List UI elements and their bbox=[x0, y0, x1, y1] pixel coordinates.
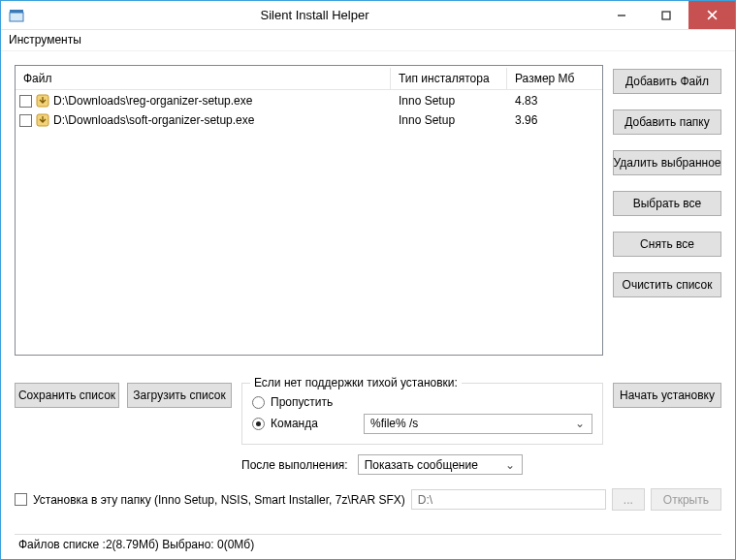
installer-icon bbox=[35, 112, 50, 128]
radio-skip-label: Пропустить bbox=[271, 395, 358, 409]
col-size[interactable]: Размер Мб bbox=[507, 68, 602, 90]
row-size: 3.96 bbox=[507, 109, 602, 131]
after-combo[interactable]: Показать сообщение ⌄ bbox=[358, 454, 523, 475]
close-button[interactable] bbox=[688, 1, 735, 29]
row-size: 4.83 bbox=[507, 90, 602, 111]
file-list[interactable]: Файл Тип инсталятора Размер Мб D:\Downlo… bbox=[15, 65, 603, 356]
list-row[interactable]: D:\Downloads\soft-organizer-setup.exe In… bbox=[16, 110, 602, 130]
titlebar: Silent Install Helper bbox=[1, 1, 735, 30]
open-button[interactable]: Открыть bbox=[651, 488, 721, 511]
install-to-label: Установка в эту папку (Inno Setup, NSIS,… bbox=[33, 493, 405, 507]
row-checkbox[interactable] bbox=[19, 95, 32, 108]
load-list-button[interactable]: Загрузить список bbox=[127, 383, 232, 408]
window-title: Silent Install Helper bbox=[30, 8, 599, 22]
installer-icon bbox=[35, 93, 50, 109]
radio-command-label: Команда bbox=[271, 417, 358, 430]
radio-command[interactable] bbox=[252, 418, 265, 430]
group-title: Если нет поддержки тихой установки: bbox=[250, 376, 462, 389]
minimize-button[interactable] bbox=[599, 1, 644, 29]
row-type: Inno Setup bbox=[391, 109, 507, 131]
command-combo-value: %file% /s bbox=[370, 417, 418, 430]
maximize-button[interactable] bbox=[644, 1, 688, 29]
browse-button[interactable]: ... bbox=[612, 488, 645, 511]
after-label: После выполнения: bbox=[241, 458, 348, 472]
svg-rect-3 bbox=[662, 12, 670, 19]
svg-rect-1 bbox=[10, 10, 23, 13]
add-file-button[interactable]: Добавить Файл bbox=[613, 69, 721, 94]
list-row[interactable]: D:\Downloads\reg-organizer-setup.exe Inn… bbox=[16, 91, 602, 110]
deselect-all-button[interactable]: Снять все bbox=[613, 232, 721, 257]
after-combo-value: Показать сообщение bbox=[365, 458, 478, 472]
chevron-down-icon: ⌄ bbox=[572, 417, 588, 430]
svg-rect-0 bbox=[10, 13, 23, 21]
install-path-input[interactable]: D:\ bbox=[411, 489, 606, 510]
no-silent-group: Если нет поддержки тихой установки: Проп… bbox=[241, 383, 603, 445]
clear-list-button[interactable]: Очистить список bbox=[613, 272, 721, 297]
save-list-button[interactable]: Сохранить список bbox=[15, 383, 119, 408]
delete-selected-button[interactable]: Удалить выбранное bbox=[613, 150, 721, 175]
menu-tools[interactable]: Инструменты bbox=[9, 33, 81, 47]
app-icon bbox=[9, 8, 24, 23]
row-type: Inno Setup bbox=[391, 90, 507, 111]
status-bar: Файлов списке :2(8.79Мб) Выбрано: 0(0Мб) bbox=[15, 534, 721, 555]
row-path: D:\Downloads\soft-organizer-setup.exe bbox=[53, 113, 254, 127]
app-window: Silent Install Helper Инструменты Файл Т… bbox=[0, 0, 736, 560]
select-all-button[interactable]: Выбрать все bbox=[613, 191, 721, 216]
start-install-button[interactable]: Начать установку bbox=[613, 383, 721, 408]
command-combo[interactable]: %file% /s ⌄ bbox=[364, 414, 592, 434]
add-folder-button[interactable]: Добавить папку bbox=[613, 109, 721, 135]
col-file[interactable]: Файл bbox=[16, 68, 391, 90]
install-to-checkbox[interactable] bbox=[15, 493, 27, 506]
menubar: Инструменты bbox=[1, 30, 735, 51]
row-path: D:\Downloads\reg-organizer-setup.exe bbox=[53, 94, 252, 108]
row-checkbox[interactable] bbox=[19, 114, 32, 127]
radio-skip[interactable] bbox=[252, 396, 265, 409]
col-type[interactable]: Тип инсталятора bbox=[391, 68, 507, 90]
chevron-down-icon: ⌄ bbox=[502, 458, 518, 472]
list-header: Файл Тип инсталятора Размер Мб bbox=[16, 66, 602, 91]
